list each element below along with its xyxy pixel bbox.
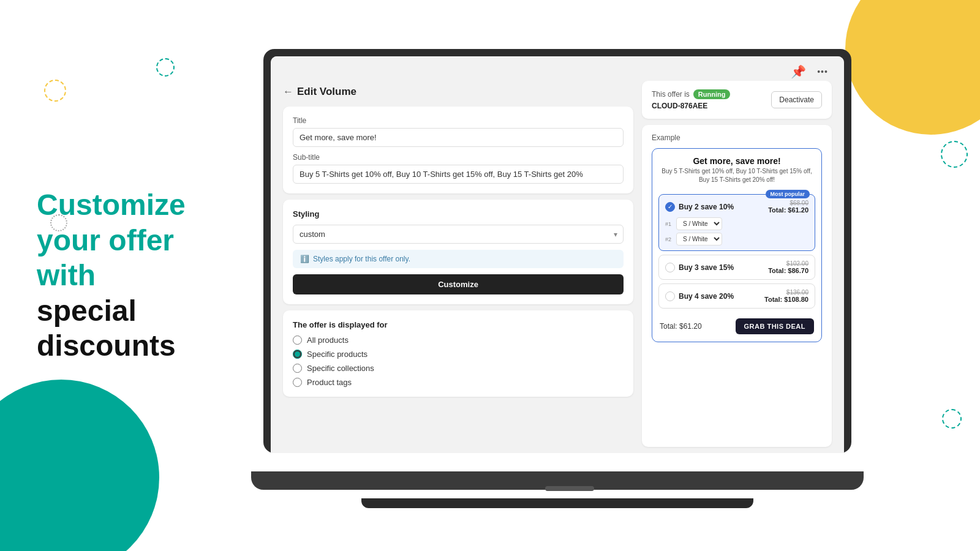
deactivate-button[interactable]: Deactivate	[771, 91, 822, 108]
status-prefix: This offer is	[652, 90, 690, 99]
preview-widget-title: Get more, save more!	[652, 149, 821, 167]
radio-product-tags[interactable]: Product tags	[293, 378, 624, 387]
offer-tier-2[interactable]: Buy 3 save 15% $102.00 Total: $86.70	[658, 255, 815, 280]
tier-3-total: Total: $108.80	[764, 296, 809, 303]
tier-2-header: Buy 3 save 15% $102.00 Total: $86.70	[665, 260, 809, 274]
variant-row-1: #1 S / White	[665, 217, 809, 230]
laptop-screen-inner: 📌 ••• ← Edit Volume	[271, 56, 844, 453]
back-arrow-icon: ←	[283, 86, 293, 98]
laptop-notch	[545, 486, 594, 491]
preview-column: This offer is Running CLOUD-876AEE Deact…	[642, 81, 832, 447]
deco-circle-teal-outline-right2	[942, 409, 962, 429]
example-label: Example	[652, 133, 822, 142]
laptop-screen-outer: 📌 ••• ← Edit Volume	[263, 49, 851, 453]
subtitle-label: Sub-title	[293, 153, 624, 162]
customize-button[interactable]: Customize	[293, 274, 624, 294]
back-header: ← Edit Volume	[283, 81, 633, 100]
preview-total: Total: $61.20	[660, 322, 702, 331]
variant-1-num: #1	[665, 221, 674, 227]
tier-3-header: Buy 4 save 20% $136.00 Total: $108.80	[665, 289, 809, 303]
radio-all-products-label: All products	[307, 335, 349, 345]
more-icon: •••	[817, 67, 828, 77]
offer-tier-1[interactable]: Most popular ✓ Buy 2 save 10% $68.00 Tot…	[658, 194, 815, 251]
title-label: Title	[293, 116, 624, 125]
radio-product-tags-label: Product tags	[307, 378, 352, 387]
radio-all-products[interactable]: All products	[293, 335, 624, 345]
styling-label: Styling	[293, 209, 624, 219]
deco-circle-teal-outline-right	[941, 141, 968, 168]
radio-group: All products Specific products Specific …	[293, 335, 624, 387]
pin-icon: 📌	[791, 64, 806, 79]
app-content: 📌 ••• ← Edit Volume	[271, 56, 844, 453]
tier-3-check-icon	[665, 291, 675, 301]
tier-2-total: Total: $86.70	[768, 267, 809, 274]
radio-all-products-input[interactable]	[293, 335, 302, 345]
status-left: This offer is Running CLOUD-876AEE	[652, 89, 730, 110]
status-row: This offer is Running	[652, 89, 730, 99]
radio-specific-products[interactable]: Specific products	[293, 350, 624, 359]
preview-widget-subtitle: Buy 5 T-Shirts get 10% off, Buy 10 T-Shi…	[652, 167, 821, 190]
tier-1-total: Total: $61.20	[768, 206, 809, 214]
app-topbar: 📌 •••	[271, 56, 844, 81]
display-card: The offer is displayed for All products …	[283, 310, 633, 397]
info-box: ℹ️ Styles apply for this offer only.	[293, 250, 624, 268]
tier-2-original-price: $102.00	[768, 260, 809, 267]
status-card: This offer is Running CLOUD-876AEE Deact…	[642, 81, 832, 119]
radio-specific-collections-label: Specific collections	[307, 364, 374, 373]
tier-3-name: Buy 4 save 20%	[679, 292, 764, 301]
variant-1-select[interactable]: S / White	[676, 217, 722, 230]
tier-1-header: ✓ Buy 2 save 10% $68.00 Total: $61.20	[665, 200, 809, 214]
radio-specific-collections-input[interactable]	[293, 364, 302, 373]
tier-1-check-icon: ✓	[665, 202, 675, 212]
example-card: Example Get more, save more! Buy 5 T-Shi…	[642, 125, 832, 447]
display-title: The offer is displayed for	[293, 320, 624, 329]
variant-row-2: #2 S / White	[665, 233, 809, 246]
radio-specific-collections[interactable]: Specific collections	[293, 364, 624, 373]
subtitle-input[interactable]	[293, 165, 624, 184]
tier-2-name: Buy 3 save 15%	[679, 263, 768, 272]
tier-3-original-price: $136.00	[764, 289, 809, 296]
radio-product-tags-input[interactable]	[293, 378, 302, 387]
page-title: Edit Volume	[297, 86, 356, 98]
status-badge: Running	[693, 89, 731, 99]
offer-tier-3[interactable]: Buy 4 save 20% $136.00 Total: $108.80	[658, 283, 815, 309]
preview-widget: Get more, save more! Buy 5 T-Shirts get …	[652, 148, 822, 342]
pin-button[interactable]: 📌	[789, 62, 807, 81]
left-panel: Customize your offer with special discou…	[0, 0, 276, 551]
title-input[interactable]	[293, 128, 624, 147]
info-icon: ℹ️	[300, 255, 309, 263]
offer-code: CLOUD-876AEE	[652, 102, 730, 110]
tier-2-check-icon	[665, 263, 675, 272]
preview-footer: Total: $61.20 GRAB THIS DEAL	[652, 312, 821, 342]
form-column: ← Edit Volume Title Sub-title	[283, 81, 633, 447]
bg-yellow-blob	[845, 0, 980, 135]
most-popular-badge: Most popular	[766, 190, 810, 198]
tier-1-original-price: $68.00	[768, 200, 809, 206]
styling-select-wrapper: custom default minimal ▾	[293, 225, 624, 244]
styling-select[interactable]: custom default minimal	[293, 225, 624, 244]
title-card: Title Sub-title	[283, 107, 633, 193]
headline-black: special discounts	[37, 294, 176, 362]
laptop: 📌 ••• ← Edit Volume	[263, 49, 858, 508]
headline-teal: Customize your offer with	[37, 189, 186, 291]
tier-1-variants: #1 S / White #2 S /	[665, 217, 809, 246]
tier-2-price: $102.00 Total: $86.70	[768, 260, 809, 274]
tier-1-price: $68.00 Total: $61.20	[768, 200, 809, 214]
tier-1-name: Buy 2 save 10%	[679, 203, 768, 211]
more-button[interactable]: •••	[813, 62, 832, 81]
styling-card: Styling custom default minimal ▾ ℹ️	[283, 200, 633, 304]
laptop-foot	[361, 498, 753, 508]
radio-specific-products-input[interactable]	[293, 350, 302, 359]
grab-deal-button[interactable]: GRAB THIS DEAL	[736, 318, 815, 334]
tier-3-price: $136.00 Total: $108.80	[764, 289, 809, 303]
app-main: ← Edit Volume Title Sub-title	[271, 81, 844, 453]
variant-2-select[interactable]: S / White	[676, 233, 722, 246]
radio-specific-products-label: Specific products	[307, 350, 368, 359]
variant-2-num: #2	[665, 236, 674, 242]
info-text: Styles apply for this offer only.	[313, 255, 410, 263]
